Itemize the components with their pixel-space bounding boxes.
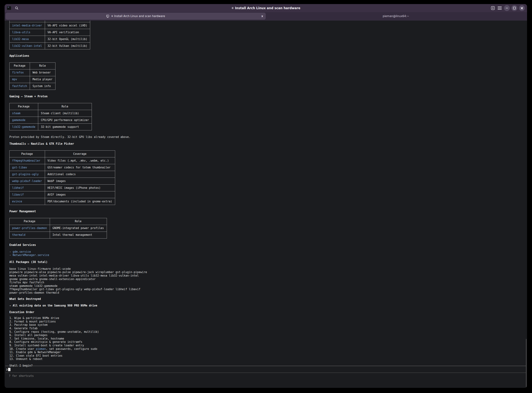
description-cell: Additional codecs [45,171,115,177]
destroyed-warning: - All existing data on the Samsung 980 P… [9,304,527,307]
inline-link: gdm.service [13,250,31,253]
description-cell: HEIF/HEIC images (iPhone photos) [45,184,115,191]
column-header: Role [38,103,92,110]
package-cell: libva-utils [10,29,45,36]
description-cell: VA-API video accel (iHD) [45,22,90,29]
package-cell: steam [10,110,38,117]
tab-close-button[interactable]: x [261,13,263,20]
terminal-line: 12. Clean stale EFI boot entries [9,354,527,358]
table-row: lib32-gamemode32-bit gamemode support [10,124,92,130]
terminal-line: 4. Generate fstab [9,327,527,330]
package-cell: libheif [10,184,45,191]
description-cell: WebP images [45,177,115,184]
package-cell: power-profiles-daemon [10,225,50,231]
terminal-line: 11. Enable gdm & NetworkManager [9,351,527,354]
table-row: evincePDF/documents (included in gnome-e… [10,198,115,205]
package-cell: firefox [10,69,30,76]
table-row: libavifAVIF images [10,191,115,198]
clipped-table-row [10,20,90,22]
package-cell: libavif [10,191,45,198]
table-header-row: PackageCoverage [10,150,115,157]
description-cell: Web browser [30,69,55,76]
terminal-line: firefox mpv fastfetch [9,281,527,284]
description-cell: GNOME-integrated power profiles [50,225,107,231]
text-segment: 10. Create user [9,347,36,351]
description-cell: System info [30,83,55,90]
package-cell: lib32-gamemode [10,124,38,130]
terminal-line: mesa vulkan-intel intel-media-driver lib… [9,274,527,277]
table-row: webp-pixbuf-loaderWebP images [10,177,115,184]
minimize-button[interactable] [504,5,510,11]
close-button[interactable] [519,5,525,11]
package-cell: gamemode [10,117,38,124]
package-cell: mpv [10,76,30,83]
package-cell: webp-pixbuf-loader [10,177,45,184]
all-packages-list: base linux linux-firmware intel-ucodepip… [9,267,527,295]
terminal-line: ffmpegthumbnailer gst-libav gst-plugins-… [9,288,527,291]
column-header: Package [10,218,50,225]
column-header: Package [10,150,45,157]
tab-bar: ✳ Install Arch Linux and scan hardware x… [5,12,527,20]
tab-pieman[interactable]: pieman@linux64:~ [266,13,526,20]
gaming-table: PackageRolesteamSteam client (multilib)g… [9,103,92,130]
close-icon [521,7,523,9]
terminal-line: 8. Configure mkinitcpio & generate initr… [9,340,527,344]
description-cell: Steam client (multilib) [38,110,92,117]
table-header-row: PackageRole [10,62,55,69]
description-cell: GStreamer codecs for totem thumbnailer [45,164,115,171]
maximize-icon [513,7,516,9]
section-heading-all-packages: All Packages (38 total) [9,260,527,264]
terminal-line: 7. Set timezone, locale, hostname [9,337,527,340]
maximize-button[interactable] [512,5,517,11]
input-box-bottom-border [5,373,526,373]
table-row: thermaldIntel thermal management [10,231,107,238]
table-row: gst-plugins-uglyAdditional codecs [10,171,115,177]
table-header-row: PackageRole [10,103,92,110]
column-header: Package [10,62,30,69]
terminal-line: pipewire pipewire-alsa pipewire-pulse pi… [9,270,527,274]
terminal-line: 6. Install all packages [9,334,527,337]
table-row: firefoxWeb browser [10,69,55,76]
table-row: ffmpegthumbnailerVideo files (.mp4, .mkv… [10,157,115,164]
package-cell: thermald [10,231,50,238]
tab-install-arch[interactable]: ✳ Install Arch Linux and scan hardware x [5,13,266,20]
text-segment: - [9,253,13,257]
terminal-viewport[interactable]: intel-media-driverVA-API video accel (iH… [5,20,527,388]
section-heading-applications: Applications [9,54,527,58]
description-cell: PDF/documents (included in gnome-extra) [45,198,115,205]
section-heading-execution: Execution Order [9,310,527,314]
description-cell: Intel thermal management [50,231,107,238]
section-heading-power: Power Management [9,210,527,213]
inline-link: pieman [36,347,46,351]
terminal-line: power-profiles-daemon thermald [9,291,527,295]
table-header-row: PackageRole [10,218,107,225]
tab-label: ✳ Install Arch Linux and scan hardware [111,13,165,20]
table-row: libva-utilsVA-API verification [10,29,90,36]
terminal-line: steam gamemode lib32-gamemode [9,284,527,288]
menu-button[interactable] [497,5,502,11]
description-cell: CPU/GPU performance optimizer [38,117,92,124]
terminal-line: 13. Unmount & reboot [9,357,527,361]
terminal-line: 2. Format & mount partitions [9,320,527,323]
description-cell: Video files (.mp4, .mkv, .webm, etc.) [45,157,115,164]
section-heading-services: Enabled Services [9,243,527,247]
search-icon[interactable] [15,6,19,10]
package-cell: ffmpegthumbnailer [10,157,45,164]
new-tab-button[interactable] [490,5,495,11]
input-prompt[interactable]: ❯ [6,368,10,371]
column-header: Package [10,103,38,110]
terminal-line: 1. Wipe & partition NVMe drive [9,316,527,320]
terminal-line: base linux linux-firmware intel-ucode [9,267,527,271]
description-cell: AVIF images [45,191,115,198]
scrollbar-thumb[interactable] [526,339,527,388]
package-cell: fastfetch [10,83,30,90]
description-cell: 32-bit Vulkan (multilib) [45,43,90,49]
package-cell: gst-libav [10,164,45,171]
terminal-line: gnome gnome-extra gnome-shell-extension-… [9,277,527,281]
table-row: libheifHEIF/HEIC images (iPhone photos) [10,184,115,191]
text-segment: , set passwords, configure sudo [46,347,97,351]
table-row: fastfetchSystem info [10,83,55,90]
tab-label: pieman@linux64:~ [383,13,409,20]
app-icon [7,6,11,10]
terminal-line: 9. Install systemd-boot & create loader … [9,344,527,347]
